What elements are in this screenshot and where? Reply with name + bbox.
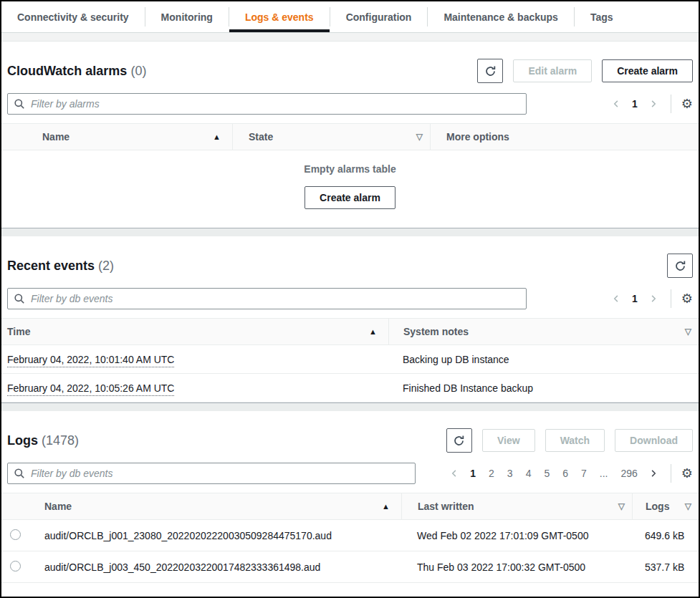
alarms-filter-input[interactable] <box>7 93 527 115</box>
events-column-system-notes[interactable]: System notes ▽ <box>388 319 699 344</box>
sort-ascending-icon[interactable]: ▲ <box>213 132 221 141</box>
watch-button[interactable]: Watch <box>545 429 605 452</box>
alarms-table-header: Name ▲ State ▽ More options <box>1 123 699 150</box>
settings-gear-icon[interactable]: ⚙ <box>681 97 693 110</box>
page-number-1[interactable]: 1 <box>466 466 480 481</box>
logs-filter-input[interactable] <box>7 463 416 484</box>
page-number-7[interactable]: 7 <box>577 466 591 481</box>
log-file-name: audit/ORCLB_j003_450_2022020322001748233… <box>36 561 401 573</box>
sort-descending-icon[interactable]: ▽ <box>618 501 625 511</box>
events-filter-input[interactable] <box>7 288 527 309</box>
refresh-icon <box>453 435 465 447</box>
previous-page-icon[interactable] <box>609 292 623 305</box>
logs-column-size[interactable]: Logs ▽ <box>632 493 699 519</box>
cloudwatch-alarms-title: CloudWatch alarms (0) <box>7 64 146 79</box>
logs-count: (1478) <box>42 433 79 448</box>
sort-ascending-icon[interactable]: ▲ <box>369 327 377 336</box>
alarms-filter <box>7 93 527 115</box>
settings-gear-icon[interactable]: ⚙ <box>681 292 693 305</box>
alarms-column-state[interactable]: State ▽ <box>232 124 430 150</box>
events-count: (2) <box>98 259 114 273</box>
alarms-empty-text: Empty alarms table <box>1 163 699 175</box>
alarms-column-name[interactable]: Name ▲ <box>42 124 232 150</box>
alarms-refresh-button[interactable] <box>477 59 503 83</box>
event-time: February 04, 2022, 10:05:26 AM UTC <box>1 382 388 394</box>
events-pagination: 1 ⚙ <box>609 289 693 308</box>
log-last-written: Wed Feb 02 2022 17:01:09 GMT-0500 <box>401 530 632 541</box>
page-number-5[interactable]: 5 <box>540 466 554 481</box>
empty-create-alarm-button[interactable]: Create alarm <box>305 186 395 209</box>
search-icon <box>14 293 25 304</box>
download-button[interactable]: Download <box>615 429 693 452</box>
event-row: February 04, 2022, 10:01:40 AM UTC Backi… <box>1 345 699 374</box>
section-gap <box>1 228 699 236</box>
log-size: 649.6 kB <box>632 530 699 541</box>
events-column-time[interactable]: Time ▲ <box>1 319 388 344</box>
sort-descending-icon[interactable]: ▽ <box>685 501 691 511</box>
create-alarm-button[interactable]: Create alarm <box>602 59 693 82</box>
next-page-icon[interactable] <box>646 467 661 480</box>
alarms-column-more-options: More options <box>430 124 699 150</box>
log-row-radio[interactable] <box>10 529 21 540</box>
log-size: 537.7 kB <box>632 561 699 573</box>
edit-alarm-button[interactable]: Edit alarm <box>513 59 592 82</box>
previous-page-icon[interactable] <box>609 97 623 110</box>
page-number[interactable]: 1 <box>628 97 642 111</box>
tab-monitoring[interactable]: Monitoring <box>145 1 229 32</box>
page-number-296[interactable]: 296 <box>617 466 642 481</box>
event-note: Finished DB Instance backup <box>388 382 699 394</box>
alarms-pagination: 1 ⚙ <box>609 95 693 113</box>
tab-logs-events[interactable]: Logs & events <box>229 1 330 32</box>
selection-column-header <box>1 493 36 519</box>
logs-title: Logs (1478) <box>7 433 79 448</box>
page-number-2[interactable]: 2 <box>484 466 499 481</box>
alarms-count: (0) <box>130 64 146 78</box>
tab-configuration[interactable]: Configuration <box>330 1 428 32</box>
rds-logs-events-panel: Connectivity & security Monitoring Logs … <box>0 0 700 598</box>
pager-divider <box>671 95 671 113</box>
log-row: audit/ORCLB_j001_23080_20220202220030509… <box>1 520 699 551</box>
log-row-radio[interactable] <box>10 561 21 572</box>
logs-filter <box>7 463 416 484</box>
tab-tags[interactable]: Tags <box>575 1 629 32</box>
page-number[interactable]: 1 <box>628 291 642 306</box>
search-icon <box>14 98 25 110</box>
logs-table-header: Name ▲ Last written ▽ Logs ▽ <box>1 493 699 520</box>
section-gap <box>1 402 699 411</box>
alarms-empty-state: Empty alarms table Create alarm <box>1 150 699 228</box>
next-page-icon[interactable] <box>646 97 661 110</box>
view-button[interactable]: View <box>482 429 535 452</box>
sort-ascending-icon[interactable]: ▲ <box>382 502 390 511</box>
selection-column-header <box>1 124 42 150</box>
pager-divider <box>671 289 671 308</box>
log-file-name: audit/ORCLB_j001_23080_20220202220030509… <box>36 530 401 541</box>
next-page-icon[interactable] <box>646 292 661 305</box>
page-number-6[interactable]: 6 <box>558 466 572 481</box>
previous-page-icon[interactable] <box>447 467 461 480</box>
logs-column-name[interactable]: Name ▲ <box>36 493 401 519</box>
section-gap <box>1 33 699 42</box>
page-number-4[interactable]: 4 <box>522 466 536 481</box>
event-row: February 04, 2022, 10:05:26 AM UTC Finis… <box>1 374 699 402</box>
logs-pagination: 1 2 3 4 5 6 7 ... 296 ⚙ <box>447 464 693 483</box>
pager-divider <box>671 464 671 483</box>
settings-gear-icon[interactable]: ⚙ <box>681 467 693 480</box>
event-note: Backing up DB instance <box>388 354 699 365</box>
refresh-icon <box>674 260 686 272</box>
events-refresh-button[interactable] <box>667 254 693 278</box>
tab-connectivity-security[interactable]: Connectivity & security <box>1 1 145 32</box>
search-icon <box>14 468 25 479</box>
logs-refresh-button[interactable] <box>446 428 472 453</box>
log-last-written: Thu Feb 03 2022 17:00:32 GMT-0500 <box>401 561 632 573</box>
logs-column-last-written[interactable]: Last written ▽ <box>401 493 632 519</box>
sort-descending-icon[interactable]: ▽ <box>685 327 691 337</box>
events-table-header: Time ▲ System notes ▽ <box>1 318 699 345</box>
tab-maintenance-backups[interactable]: Maintenance & backups <box>428 1 574 32</box>
sort-descending-icon[interactable]: ▽ <box>416 132 423 142</box>
event-time: February 04, 2022, 10:01:40 AM UTC <box>1 354 388 365</box>
cloudwatch-alarms-section: CloudWatch alarms (0) Edit alarm Create … <box>1 42 699 228</box>
page-ellipsis: ... <box>595 466 613 481</box>
recent-events-section: Recent events (2) <box>1 236 699 402</box>
log-row: audit/ORCLB_j003_450_2022020322001748233… <box>1 551 699 583</box>
page-number-3[interactable]: 3 <box>503 466 517 481</box>
